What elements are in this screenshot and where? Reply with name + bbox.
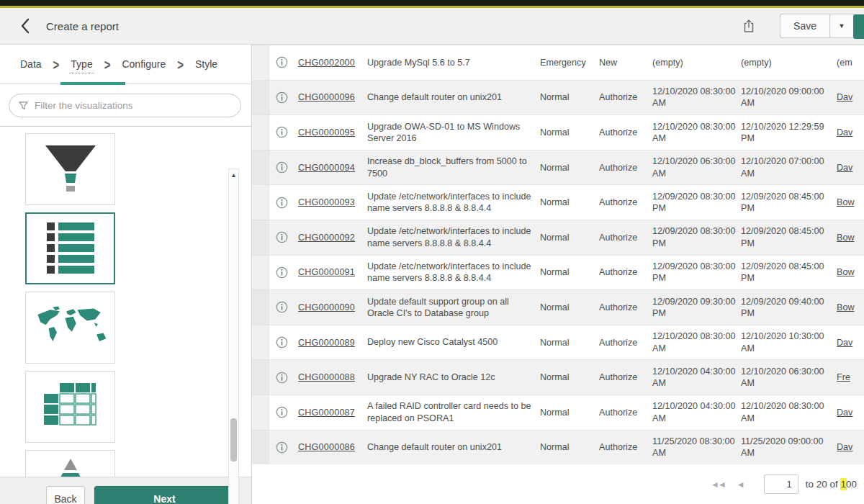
info-icon[interactable] <box>276 161 288 174</box>
table-row[interactable]: CHG0000086Change default router on unix2… <box>252 431 864 464</box>
assigned-to-link[interactable]: Dav <box>837 442 852 452</box>
table-row[interactable]: CHG0000095Upgrade OWA-SD-01 to MS Window… <box>252 115 864 150</box>
app-header: Create a report Save ▼ <box>0 8 864 45</box>
next-step-button[interactable]: Next <box>94 486 235 504</box>
step-data[interactable]: Data <box>19 55 43 73</box>
start-date: 12/10/2020 04:30:00AM <box>652 400 741 424</box>
caret-down-icon: ▼ <box>839 22 845 30</box>
filter-visualizations-input[interactable] <box>35 100 232 111</box>
start-date: 12/10/2020 08:30:00AM <box>652 86 741 109</box>
info-icon[interactable] <box>276 406 288 418</box>
info-icon[interactable] <box>276 231 288 243</box>
assigned-to-link[interactable]: Fre <box>837 372 850 382</box>
info-icon[interactable] <box>276 91 288 104</box>
scrollbar-track[interactable] <box>229 182 238 501</box>
page-number-input[interactable] <box>764 474 798 494</box>
table-row[interactable]: CHG0000088Upgrade NY RAC to Oracle 12cNo… <box>252 360 864 395</box>
filter-visualizations-field[interactable] <box>9 94 241 117</box>
start-date: 12/10/2020 06:30:00AM <box>652 156 741 179</box>
priority: Normal <box>540 163 599 173</box>
priority: Normal <box>540 92 599 102</box>
assigned-to-link[interactable]: Bow <box>837 267 855 277</box>
step-type[interactable]: Type <box>69 55 94 73</box>
assigned-to-link[interactable]: Dav <box>837 163 852 173</box>
priority: Normal <box>540 302 599 312</box>
change-number-link[interactable]: CHG0000094 <box>298 163 355 173</box>
back-step-button[interactable]: Back <box>46 486 85 504</box>
row-gutter <box>252 220 269 255</box>
assigned-to-link[interactable]: Dav <box>837 408 852 418</box>
save-dropdown-button[interactable]: ▼ <box>829 14 854 38</box>
step-configure[interactable]: Configure <box>120 55 167 73</box>
state: Authorize <box>599 163 652 173</box>
table-row[interactable]: CHG0000092Update /etc/network/interfaces… <box>252 220 864 256</box>
change-number-link[interactable]: CHG0000096 <box>298 92 355 102</box>
change-number-link[interactable]: CHG0000090 <box>298 302 355 312</box>
viz-list-scrollbar[interactable]: ▲ ▼ <box>228 168 239 504</box>
change-number-link[interactable]: CHG0000086 <box>298 442 355 452</box>
table-row[interactable]: CHG0000090Update default support group o… <box>252 290 864 325</box>
change-number-link[interactable]: CHG0000093 <box>298 197 355 207</box>
viz-option-list[interactable] <box>25 212 115 284</box>
assigned-to-link[interactable]: Dav <box>837 92 852 102</box>
scroll-down-icon[interactable]: ▼ <box>231 501 237 504</box>
table-row[interactable]: CHG0002000Upgrade MySql 5.6 to 5.7Emerge… <box>252 45 864 81</box>
info-icon[interactable] <box>276 56 288 68</box>
table-row[interactable]: CHG0000093Update /etc/network/interfaces… <box>252 185 864 220</box>
assigned-to-link[interactable]: Bow <box>837 233 855 243</box>
row-gutter <box>252 256 269 290</box>
save-button[interactable]: Save <box>780 14 829 38</box>
short-description: Increase db_block_buffers from 5000 to 7… <box>367 156 540 179</box>
info-icon[interactable] <box>276 372 288 384</box>
browser-top-strip <box>0 0 864 6</box>
step-style[interactable]: Style <box>194 55 219 73</box>
scroll-up-icon[interactable]: ▲ <box>231 169 237 182</box>
info-icon[interactable] <box>276 441 288 454</box>
viz-option-heatmap[interactable] <box>25 371 115 443</box>
start-date: 12/09/2020 08:30:00PM <box>652 191 741 215</box>
assigned-to-link[interactable]: Bow <box>837 302 855 312</box>
header-action-button-cutoff[interactable] <box>853 14 864 39</box>
scrollbar-thumb[interactable] <box>230 418 237 462</box>
table-row[interactable]: CHG0000089Deploy new Cisco Catalyst 4500… <box>252 325 864 361</box>
previous-page-icon[interactable]: ◄ <box>737 480 744 490</box>
change-number-link[interactable]: CHG0000088 <box>298 372 355 382</box>
change-number-link[interactable]: CHG0000089 <box>298 338 355 348</box>
state: Authorize <box>599 92 652 102</box>
assigned-to-link[interactable]: Dav <box>837 338 852 348</box>
info-icon[interactable] <box>276 197 288 209</box>
table-row[interactable]: CHG0000094Increase db_block_buffers from… <box>252 150 864 186</box>
change-number-link[interactable]: CHG0000092 <box>298 233 355 243</box>
row-gutter <box>252 325 269 360</box>
priority: Normal <box>540 267 599 277</box>
change-number-link[interactable]: CHG0000095 <box>298 127 355 138</box>
back-button[interactable] <box>14 15 36 37</box>
start-date: 11/25/2020 08:30:00AM <box>652 436 741 459</box>
list-icon <box>31 216 110 281</box>
short-description: Upgrade NY RAC to Oracle 12c <box>367 372 540 383</box>
viz-option-funnel[interactable] <box>25 133 115 205</box>
info-icon[interactable] <box>276 126 288 138</box>
viz-option-pyramid[interactable] <box>25 450 115 477</box>
table-row[interactable]: CHG0000091Update /etc/network/interfaces… <box>252 256 864 291</box>
end-date: (empty) <box>741 57 837 68</box>
short-description: Change default router on unix201 <box>367 441 540 453</box>
assigned-to-link[interactable]: Dav <box>837 127 852 138</box>
table-row[interactable]: CHG0000087A failed RAID controller card … <box>252 395 864 431</box>
page-title: Create a report <box>46 20 119 32</box>
info-icon[interactable] <box>276 301 288 313</box>
change-number-link[interactable]: CHG0000091 <box>298 267 355 277</box>
state: Authorize <box>599 127 652 138</box>
first-page-icon[interactable]: ◄◄ <box>711 480 725 490</box>
end-date: 12/10/2020 10:30:00AM <box>741 330 837 354</box>
info-icon[interactable] <box>276 266 288 279</box>
assigned-to-link[interactable]: Bow <box>837 197 855 207</box>
info-icon[interactable] <box>276 336 288 348</box>
share-button[interactable] <box>738 15 760 37</box>
row-gutter <box>252 115 269 150</box>
change-number-link[interactable]: CHG0002000 <box>298 58 355 68</box>
viz-option-world-map[interactable] <box>25 292 115 364</box>
change-number-link[interactable]: CHG0000087 <box>298 408 355 418</box>
end-date: 12/09/2020 09:40:00PM <box>741 296 837 320</box>
table-row[interactable]: CHG0000096Change default router on unix2… <box>252 81 864 116</box>
